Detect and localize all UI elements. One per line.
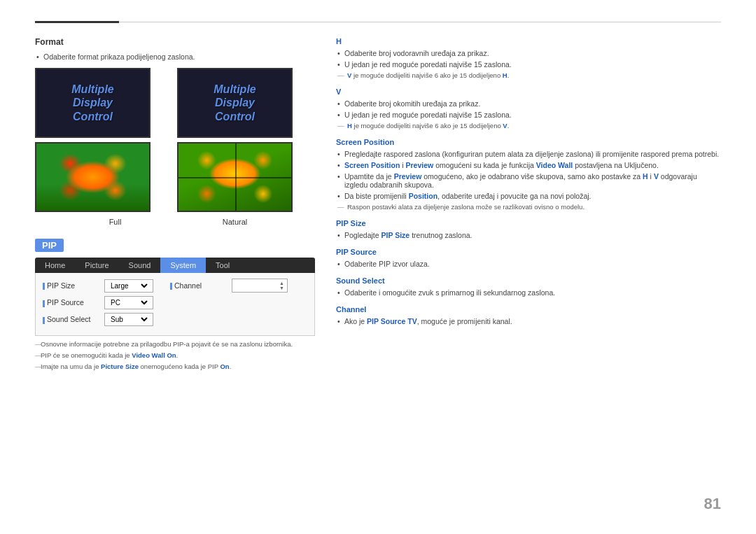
format-image-grid: MultipleDisplayControl MultipleDisplayCo… [35, 68, 315, 212]
pip-source-row: PIP Source PC HDMI TV [43, 296, 307, 309]
v-section: V Odaberite broj okomitih uređaja za pri… [336, 87, 721, 129]
channel-section: Channel Ako je PIP Source TV, moguće je … [336, 305, 721, 325]
h-bullet-1: Odaberite broj vodoravnih uređaja za pri… [344, 49, 721, 57]
sp-bullet-4: Da biste promijenili Position, odaberite… [344, 192, 721, 200]
h-note-v: V [347, 71, 351, 79]
pip-menu-picture[interactable]: Picture [75, 258, 118, 273]
pip-note-2-blue: Video Wall On [132, 351, 176, 359]
pip-source-bar [43, 300, 45, 307]
format-section: Format Odaberite format prikaza podijelj… [35, 37, 315, 226]
pip-size-section: PIP Size Pogledajte PIP Size trenutnog z… [336, 219, 721, 239]
pip-channel-bar [170, 283, 172, 290]
format-img-2: MultipleDisplayControl [177, 68, 293, 138]
pip-note-1: Osnovne informacije potrebne za prilagod… [35, 340, 315, 348]
channel-down[interactable]: ▼ [279, 286, 284, 290]
pip-size-dropdown[interactable]: Large Medium Small [108, 281, 150, 290]
pip-size-row: PIP Size Large Medium Small Channel [43, 279, 307, 293]
channel-up[interactable]: ▲ [279, 281, 284, 286]
format-labels: Full Natural [35, 218, 315, 226]
pip-note-3-blue2: On [220, 363, 229, 370]
pip-source-heading: PIP Source [336, 248, 721, 256]
pip-sound-label: Sound Select [43, 315, 99, 323]
v-letter: V [336, 87, 721, 96]
v-note-h: H [347, 122, 352, 129]
pip-channel-label: Channel [170, 281, 226, 290]
channel-right-bullet: Ako je PIP Source TV, moguće je promijen… [344, 317, 721, 325]
format-img-3 [35, 142, 150, 212]
sp-bullet-1: Pregledajte raspored zaslona (konfigurir… [344, 150, 721, 158]
v-note: H je moguće dodijeliti najviše 6 ako je … [347, 122, 721, 129]
screen-position-section: Screen Position Pregledajte raspored zas… [336, 138, 721, 211]
pip-menu-sound[interactable]: Sound [119, 258, 161, 273]
pip-note-3: Imajte na umu da je Picture Size onemogu… [35, 363, 315, 370]
v-bullet-1: Odaberite broj okomitih uređaja za prika… [344, 99, 721, 108]
pip-note-3-blue1: Picture Size [101, 363, 139, 370]
rule-thin [119, 22, 721, 22]
pip-sound-dropdown[interactable]: Sub Main [108, 315, 150, 324]
pip-source-label: PIP Source [43, 298, 99, 307]
h-bullet-2: U jedan je red moguće poredati najviše 1… [344, 60, 721, 69]
pip-right-section: PIP Size Pogledajte PIP Size trenutnog z… [336, 219, 721, 325]
grid-h [178, 177, 291, 178]
pip-section: PIP Home Picture Sound System Tool PIP S… [35, 239, 315, 370]
format-img-1: MultipleDisplayControl [35, 68, 150, 138]
h-section: H Odaberite broj vodoravnih uređaja za p… [336, 37, 721, 79]
h-note: V je moguće dodijeliti najviše 6 ako je … [347, 71, 721, 79]
pip-menu-home[interactable]: Home [35, 258, 75, 273]
left-column: Format Odaberite format prikaza podijelj… [35, 37, 315, 370]
pip-source-section: PIP Source Odaberite PIP izvor ulaza. [336, 248, 721, 268]
pip-channel-box[interactable]: ▲ ▼ [232, 279, 288, 293]
format-label-full: Full [57, 218, 173, 226]
channel-arrows[interactable]: ▲ ▼ [279, 281, 284, 290]
h-note-h: H [503, 71, 507, 79]
v-note-v: V [503, 122, 507, 129]
pip-sound-bar [43, 317, 45, 324]
sound-select-heading: Sound Select [336, 276, 721, 285]
right-column: H Odaberite broj vodoravnih uređaja za p… [336, 37, 721, 370]
pip-source-select[interactable]: PC HDMI TV [104, 296, 153, 309]
pip-source-dropdown[interactable]: PC HDMI TV [108, 298, 150, 307]
screen-position-heading: Screen Position [336, 138, 721, 146]
format-img-text-2: MultipleDisplayControl [214, 83, 255, 123]
pip-body: PIP Size Large Medium Small Channel [35, 273, 315, 336]
v-bullet-2: U jedan je red moguće poredati najviše 1… [344, 111, 721, 119]
format-img-3-bg [36, 143, 149, 211]
pip-size-select[interactable]: Large Medium Small [104, 279, 153, 293]
channel-heading: Channel [336, 305, 721, 314]
h-letter: H [336, 37, 721, 45]
pip-menu-bar: Home Picture Sound System Tool [35, 258, 315, 273]
sound-select-section: Sound Select Odaberite i omogućite zvuk … [336, 276, 721, 297]
top-rules [35, 21, 721, 23]
format-img-4 [177, 142, 293, 212]
sp-bullet-2: Screen Position i Preview omogućeni su k… [344, 161, 721, 169]
sound-select-right-bullet: Odaberite i omogućite zvuk s primarnog i… [344, 288, 721, 297]
format-bullet: Odaberite format prikaza podijeljenog za… [43, 52, 315, 61]
pip-size-label: PIP Size [43, 281, 99, 290]
pip-menu-tool[interactable]: Tool [206, 258, 239, 273]
pip-source-right-bullet: Odaberite PIP izvor ulaza. [344, 260, 721, 268]
page-number: 81 [704, 495, 721, 513]
sp-bullet-3: Upamtite da je Preview omogućeno, ako je… [344, 172, 721, 189]
pip-sound-row: Sound Select Sub Main [43, 313, 307, 326]
format-img-text-1: MultipleDisplayControl [71, 83, 113, 123]
pip-sound-select[interactable]: Sub Main [104, 313, 153, 326]
rule-thick [35, 21, 119, 23]
pip-size-right-bullet: Pogledajte PIP Size trenutnog zaslona. [344, 231, 721, 239]
pip-menu-system[interactable]: System [160, 258, 206, 273]
pip-note-2: PIP će se onemogućiti kada je Video Wall… [35, 351, 315, 359]
pip-size-bar [43, 283, 45, 290]
format-label-natural: Natural [177, 218, 293, 226]
pip-badge: PIP [35, 239, 64, 252]
pip-size-heading: PIP Size [336, 219, 721, 227]
format-title: Format [35, 37, 315, 47]
sp-note: Raspon postavki alata za dijeljenje zasl… [347, 203, 721, 211]
